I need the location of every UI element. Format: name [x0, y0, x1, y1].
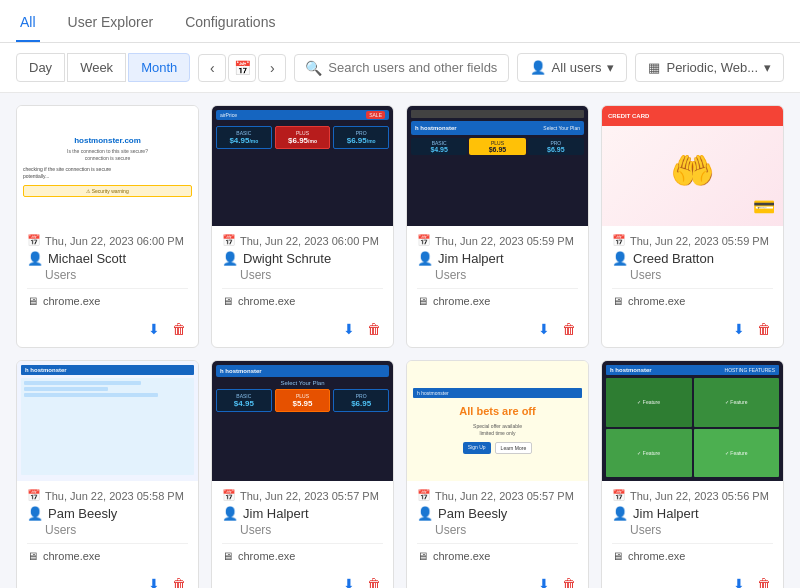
card-actions: ⬇ 🗑 [407, 570, 588, 588]
card-time: 📅 Thu, Jun 22, 2023 05:59 PM [612, 234, 773, 247]
card-body: 📅 Thu, Jun 22, 2023 05:58 PM 👤 Pam Beesl… [17, 481, 198, 570]
window-icon: 🖥 [222, 550, 233, 562]
calendar-icon: 📅 [27, 489, 41, 502]
card-time-text: Thu, Jun 22, 2023 06:00 PM [45, 235, 184, 247]
download-button[interactable]: ⬇ [341, 574, 357, 588]
card-user: 👤 Pam Beesly [417, 506, 578, 521]
card-time-text: Thu, Jun 22, 2023 06:00 PM [240, 235, 379, 247]
card-thumbnail: h hostmonster HOSTING FEATURES ✓ Feature… [602, 361, 783, 481]
card-time-text: Thu, Jun 22, 2023 05:56 PM [630, 490, 769, 502]
download-button[interactable]: ⬇ [731, 574, 747, 588]
delete-button[interactable]: 🗑 [365, 574, 383, 588]
card-body: 📅 Thu, Jun 22, 2023 05:57 PM 👤 Pam Beesl… [407, 481, 588, 570]
card-thumbnail: h hostmonster [17, 361, 198, 481]
next-button[interactable]: › [258, 54, 286, 82]
card-app-name: chrome.exe [433, 295, 490, 307]
users-filter-button[interactable]: 👤 All users ▾ [517, 53, 628, 82]
card-role: Users [27, 523, 188, 537]
card-app: 🖥 chrome.exe [222, 543, 383, 562]
week-button[interactable]: Week [67, 53, 126, 82]
periodic-filter-label: Periodic, Web... [666, 60, 758, 75]
app-container: All User Explorer Configurations Day Wee… [0, 0, 800, 588]
card-user: 👤 Michael Scott [27, 251, 188, 266]
card-user-name: Dwight Schrute [243, 251, 331, 266]
card-thumbnail: h hostmonster Select Your Plan BASIC $4.… [407, 106, 588, 226]
card-time: 📅 Thu, Jun 22, 2023 05:58 PM [27, 489, 188, 502]
card-user-name: Creed Bratton [633, 251, 714, 266]
card-user-name: Jim Halpert [438, 251, 504, 266]
top-nav: All User Explorer Configurations [0, 0, 800, 43]
search-input[interactable] [328, 60, 497, 75]
card-role: Users [612, 523, 773, 537]
card-thumbnail: airPrice SALE BASIC $4.95/mo PLUS $6.95/… [212, 106, 393, 226]
user-icon: 👤 [222, 506, 238, 521]
card-app-name: chrome.exe [43, 550, 100, 562]
calendar-button[interactable]: 📅 [228, 54, 256, 82]
download-button[interactable]: ⬇ [731, 319, 747, 339]
calendar-icon: 📅 [417, 234, 431, 247]
card-user-name: Jim Halpert [243, 506, 309, 521]
delete-button[interactable]: 🗑 [365, 319, 383, 339]
download-button[interactable]: ⬇ [536, 574, 552, 588]
user-filter-icon: 👤 [530, 60, 546, 75]
card-time-text: Thu, Jun 22, 2023 05:59 PM [630, 235, 769, 247]
prev-button[interactable]: ‹ [198, 54, 226, 82]
card-user: 👤 Jim Halpert [222, 506, 383, 521]
user-icon: 👤 [417, 251, 433, 266]
download-button[interactable]: ⬇ [146, 319, 162, 339]
chevron-right-icon: › [270, 60, 275, 76]
delete-button[interactable]: 🗑 [560, 574, 578, 588]
month-button[interactable]: Month [128, 53, 190, 82]
card-body: 📅 Thu, Jun 22, 2023 05:59 PM 👤 Jim Halpe… [407, 226, 588, 315]
search-box: 🔍 [294, 54, 508, 82]
card-time-text: Thu, Jun 22, 2023 05:57 PM [435, 490, 574, 502]
card-user-name: Pam Beesly [438, 506, 507, 521]
periodic-filter-button[interactable]: ▦ Periodic, Web... ▾ [635, 53, 784, 82]
user-icon: 👤 [612, 251, 628, 266]
chevron-left-icon: ‹ [210, 60, 215, 76]
users-filter-label: All users [552, 60, 602, 75]
tab-configurations[interactable]: Configurations [181, 0, 279, 42]
list-item: airPrice SALE BASIC $4.95/mo PLUS $6.95/… [211, 105, 394, 348]
list-item: h hostmonster All bets are off Special o… [406, 360, 589, 588]
filter-icon: ▦ [648, 60, 660, 75]
card-user: 👤 Dwight Schrute [222, 251, 383, 266]
card-app: 🖥 chrome.exe [417, 288, 578, 307]
calendar-icon: 📅 [417, 489, 431, 502]
calendar-icon: 📅 [234, 60, 251, 76]
delete-button[interactable]: 🗑 [755, 319, 773, 339]
delete-button[interactable]: 🗑 [755, 574, 773, 588]
card-actions: ⬇ 🗑 [17, 570, 198, 588]
card-thumbnail: hostmonster.com Is the connection to thi… [17, 106, 198, 226]
download-button[interactable]: ⬇ [146, 574, 162, 588]
card-body: 📅 Thu, Jun 22, 2023 05:57 PM 👤 Jim Halpe… [212, 481, 393, 570]
card-time-text: Thu, Jun 22, 2023 05:58 PM [45, 490, 184, 502]
window-icon: 🖥 [417, 295, 428, 307]
download-button[interactable]: ⬇ [536, 319, 552, 339]
card-app: 🖥 chrome.exe [417, 543, 578, 562]
tab-all[interactable]: All [16, 0, 40, 42]
nav-arrows: ‹ 📅 › [198, 54, 286, 82]
card-user-name: Michael Scott [48, 251, 126, 266]
window-icon: 🖥 [417, 550, 428, 562]
card-role: Users [417, 523, 578, 537]
delete-button[interactable]: 🗑 [170, 574, 188, 588]
user-icon: 👤 [27, 506, 43, 521]
card-user-name: Pam Beesly [48, 506, 117, 521]
calendar-icon: 📅 [27, 234, 41, 247]
time-buttons: Day Week Month [16, 53, 190, 82]
card-time: 📅 Thu, Jun 22, 2023 05:57 PM [417, 489, 578, 502]
tab-user-explorer[interactable]: User Explorer [64, 0, 158, 42]
card-thumbnail: h hostmonster All bets are off Special o… [407, 361, 588, 481]
delete-button[interactable]: 🗑 [170, 319, 188, 339]
window-icon: 🖥 [612, 295, 623, 307]
card-app-name: chrome.exe [433, 550, 490, 562]
card-time: 📅 Thu, Jun 22, 2023 06:00 PM [222, 234, 383, 247]
card-body: 📅 Thu, Jun 22, 2023 06:00 PM 👤 Michael S… [17, 226, 198, 315]
card-user: 👤 Pam Beesly [27, 506, 188, 521]
delete-button[interactable]: 🗑 [560, 319, 578, 339]
day-button[interactable]: Day [16, 53, 65, 82]
download-button[interactable]: ⬇ [341, 319, 357, 339]
card-app: 🖥 chrome.exe [27, 543, 188, 562]
card-app-name: chrome.exe [238, 550, 295, 562]
